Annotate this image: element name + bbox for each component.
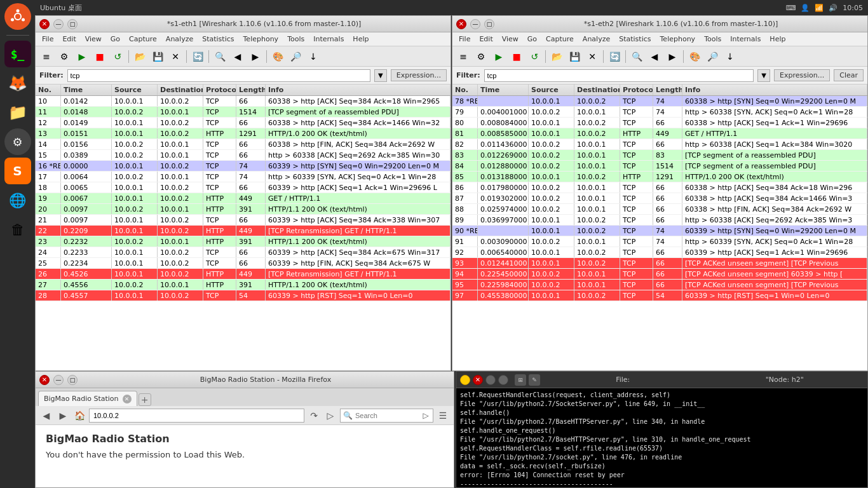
table-row[interactable]: 79 0.004001000 10.0.0.2 10.0.0.1 TCP 74 … <box>452 107 867 118</box>
ff-min[interactable]: — <box>53 375 64 385</box>
ws-tb-open[interactable]: 📂 <box>132 48 148 65</box>
ws-right-menu-capture[interactable]: Capture <box>542 34 578 44</box>
ff-tab-close[interactable]: ✕ <box>123 395 132 403</box>
ws-right-expression-btn[interactable]: Expression... <box>774 69 830 81</box>
table-row[interactable]: 95 0.225984000 10.0.0.2 10.0.0.1 TCP 66 … <box>452 280 867 290</box>
table-row[interactable]: 87 0.019302000 10.0.0.2 10.0.0.1 TCP 66 … <box>452 193 867 204</box>
ws-right-tb-forward[interactable]: ▶ <box>664 48 681 65</box>
table-row[interactable]: 89 0.036997000 10.0.0.1 10.0.0.2 TCP 66 … <box>452 215 867 226</box>
ff-tab-active[interactable]: BigMao Radio Station ✕ <box>38 391 137 406</box>
ws-right-menu-telephony[interactable]: Telephony <box>656 34 700 44</box>
ws-right-menu-go[interactable]: Go <box>524 34 541 44</box>
ws-right-tb-down[interactable]: ↓ <box>722 48 738 65</box>
ws-left-filter-input[interactable] <box>67 69 370 82</box>
table-row[interactable]: 22 0.2209 10.0.0.1 10.0.0.2 HTTP 449 [TC… <box>36 226 451 236</box>
ws-left-filter-dropdown[interactable]: ▼ <box>374 69 387 82</box>
ws-left-menu-statistics[interactable]: Statistics <box>198 34 238 44</box>
ws-right-tb-save[interactable]: 💾 <box>566 48 583 65</box>
ws-tb-search[interactable]: 🔍 <box>212 48 228 65</box>
ws-right-tb-close[interactable]: ✕ <box>584 48 600 65</box>
ws-right-tb-start[interactable]: ▶ <box>491 48 507 65</box>
ws-left-menu-help[interactable]: Help <box>349 34 372 44</box>
ws-right-tb-stop[interactable]: ■ <box>508 48 525 65</box>
ws-right-tb-open[interactable]: 📂 <box>548 48 565 65</box>
term-icon-1[interactable]: ⊞ <box>515 374 526 386</box>
ff-refresh-btn[interactable]: ↷ <box>307 409 321 423</box>
ws-tb-back[interactable]: ◀ <box>229 48 246 65</box>
ws-left-menu-analyze[interactable]: Analyze <box>162 34 197 44</box>
ws-left-menu-view[interactable]: View <box>81 34 105 44</box>
ws-left-menu-go[interactable]: Go <box>107 34 124 44</box>
ff-new-tab-btn[interactable]: + <box>139 393 151 406</box>
ws-tb-forward[interactable]: ▶ <box>247 48 264 65</box>
ws-tb-stop[interactable]: ■ <box>92 48 108 65</box>
ff-search-input[interactable] <box>355 409 419 422</box>
ws-right-tb-zoom[interactable]: 🔎 <box>704 48 721 65</box>
ws-right-tb-interfaces[interactable]: ≡ <box>455 48 471 65</box>
table-row[interactable]: 78 *REF* 10.0.0.1 10.0.0.2 TCP 74 60338 … <box>452 96 867 107</box>
ws-right-menu-file[interactable]: File <box>455 34 474 44</box>
ws-right-min[interactable]: — <box>470 19 480 29</box>
table-row[interactable]: 23 0.2232 10.0.0.2 10.0.0.1 HTTP 391 HTT… <box>36 236 451 247</box>
ws-right-clear-btn[interactable]: Clear <box>834 69 864 81</box>
ws-right-close[interactable]: ✕ <box>456 19 466 29</box>
table-row[interactable]: 13 0.0151 10.0.0.1 10.0.0.2 HTTP 1291 HT… <box>36 128 451 139</box>
term-max[interactable] <box>498 375 508 385</box>
ws-tb-save[interactable]: 💾 <box>149 48 166 65</box>
term-icon-2[interactable]: ✎ <box>529 374 540 386</box>
ws-tb-options[interactable]: ⚙ <box>56 48 72 65</box>
terminal-taskbar-icon[interactable]: $_ <box>4 41 31 67</box>
ws-left-menu-capture[interactable]: Capture <box>125 34 161 44</box>
ff-menu-btn[interactable]: ☰ <box>436 409 450 423</box>
ff-back-btn[interactable]: ◀ <box>39 409 53 423</box>
table-row[interactable]: 20 0.0097 10.0.0.2 10.0.0.1 HTTP 391 HTT… <box>36 204 451 215</box>
ws-right-menu-edit[interactable]: Edit <box>475 34 496 44</box>
table-row[interactable]: 18 0.0065 10.0.0.1 10.0.0.2 TCP 66 60339… <box>36 182 451 193</box>
ws-right-menu-internals[interactable]: Internals <box>726 34 764 44</box>
settings-taskbar-icon[interactable]: ⚙ <box>4 128 31 155</box>
ff-forward-btn[interactable]: ▶ <box>56 409 70 423</box>
ws-tb-start[interactable]: ▶ <box>74 48 90 65</box>
ws-right-tb-reload[interactable]: 🔄 <box>606 48 623 65</box>
table-row[interactable]: 10 0.0142 10.0.0.1 10.0.0.2 TCP 66 60338… <box>36 96 451 107</box>
ws-right-tb-options[interactable]: ⚙ <box>473 48 489 65</box>
term-yellow-dot[interactable] <box>460 375 470 385</box>
table-row[interactable]: 81 0.008585000 10.0.0.1 10.0.0.2 HTTP 44… <box>452 128 867 139</box>
ff-search-go[interactable]: ▷ <box>419 409 433 423</box>
ws-tb-down[interactable]: ↓ <box>305 48 322 65</box>
ws-tb-close[interactable]: ✕ <box>167 48 184 65</box>
ws-left-close[interactable]: ✕ <box>39 19 50 29</box>
trash-taskbar-icon[interactable]: 🗑 <box>4 216 31 243</box>
ws-left-menu-tools[interactable]: Tools <box>283 34 308 44</box>
table-row[interactable]: 28 0.4557 10.0.0.1 10.0.0.2 TCP 54 60339… <box>36 290 451 301</box>
term-min[interactable] <box>485 375 496 385</box>
table-row[interactable]: 15 0.0389 10.0.0.2 10.0.0.1 TCP 66 http … <box>36 150 451 161</box>
ff-url-bar[interactable] <box>89 409 304 423</box>
table-row[interactable]: 91 0.003090000 10.0.0.2 10.0.0.1 TCP 74 … <box>452 236 867 247</box>
ws-right-filter-dropdown[interactable]: ▼ <box>757 69 770 82</box>
ws-left-max[interactable]: □ <box>67 19 78 29</box>
table-row[interactable]: 97 0.455380000 10.0.0.1 10.0.0.2 TCP 54 … <box>452 290 867 301</box>
ws-tb-reload[interactable]: 🔄 <box>189 48 206 65</box>
ws-right-menu-analyze[interactable]: Analyze <box>579 34 614 44</box>
ws-left-menu-internals[interactable]: Internals <box>309 34 348 44</box>
table-row[interactable]: 90 *REF* 10.0.0.1 10.0.0.2 TCP 74 60339 … <box>452 226 867 236</box>
table-row[interactable]: 92 0.006540000 10.0.0.1 10.0.0.2 TCP 66 … <box>452 247 867 258</box>
ws-tb-interfaces[interactable]: ≡ <box>38 48 55 65</box>
ws-right-max[interactable]: □ <box>484 19 494 29</box>
ws-left-menu-file[interactable]: File <box>38 34 57 44</box>
files-taskbar-icon[interactable]: 📁 <box>4 99 31 126</box>
ws-tb-restart[interactable]: ↺ <box>109 48 126 65</box>
ws-right-menu-view[interactable]: View <box>498 34 522 44</box>
table-row[interactable]: 80 0.008084000 10.0.0.1 10.0.0.2 TCP 66 … <box>452 118 867 128</box>
sublime-taskbar-icon[interactable]: S <box>4 158 31 184</box>
table-row[interactable]: 21 0.0097 10.0.0.1 10.0.0.2 TCP 66 60339… <box>36 215 451 226</box>
ws-right-tb-search[interactable]: 🔍 <box>628 48 645 65</box>
table-row[interactable]: 16 *REF* 0.0000 10.0.0.1 10.0.0.2 TCP 74… <box>36 161 451 172</box>
table-row[interactable]: 14 0.0156 10.0.0.2 10.0.0.1 TCP 66 60338… <box>36 139 451 150</box>
ws-left-menu-edit[interactable]: Edit <box>58 34 79 44</box>
table-row[interactable]: 88 0.025974000 10.0.0.2 10.0.0.1 TCP 66 … <box>452 204 867 215</box>
table-row[interactable]: 17 0.0064 10.0.0.2 10.0.0.1 TCP 74 http … <box>36 172 451 182</box>
ws-right-menu-help[interactable]: Help <box>766 34 789 44</box>
table-row[interactable]: 11 0.0148 10.0.0.2 10.0.0.1 TCP 1514 [TC… <box>36 107 451 118</box>
